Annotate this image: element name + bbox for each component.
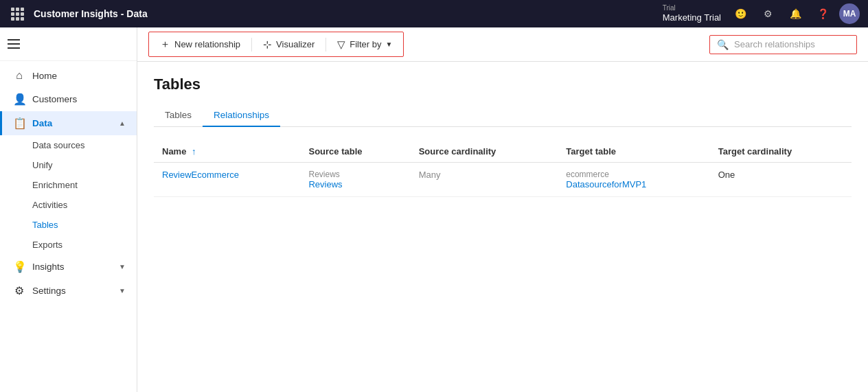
sidebar-item-insights[interactable]: 💡 Insights ▼ — [0, 255, 137, 279]
table-row: ReviewEcommerce Reviews Reviews Many eco… — [154, 163, 852, 197]
tab-relationships[interactable]: Relationships — [203, 104, 280, 127]
source-cardinality-value: Many — [419, 170, 441, 180]
toolbar-actions: ＋ New relationship ⊹ Visualizer ▽ Filter… — [148, 32, 404, 57]
target-cardinality-value: One — [718, 170, 735, 180]
chevron-up-icon: ▲ — [119, 119, 126, 127]
visualizer-label: Visualizer — [276, 39, 315, 49]
col-target-cardinality: Target cardinality — [710, 141, 852, 163]
sidebar-item-data-sources-label: Data sources — [32, 140, 85, 150]
sidebar-item-home-label: Home — [32, 71, 57, 81]
source-schema: Reviews — [308, 170, 402, 179]
sort-asc-icon: ↑ — [192, 146, 196, 157]
data-icon: 📋 — [13, 117, 25, 130]
filter-by-label: Filter by — [350, 39, 381, 49]
sidebar-item-customers[interactable]: 👤 Customers — [0, 87, 137, 111]
filter-chevron-icon: ▼ — [385, 41, 392, 48]
chevron-down-icon: ▼ — [119, 263, 126, 270]
avatar[interactable]: MA — [839, 3, 860, 24]
sidebar-item-exports-label: Exports — [32, 240, 62, 250]
main-layout: ⌂ Home 👤 Customers 📋 Data ▲ Data sources… — [0, 27, 868, 392]
sidebar-item-settings[interactable]: ⚙ Settings ▼ — [0, 279, 137, 303]
sidebar-item-data-label: Data — [32, 118, 52, 128]
content-area: ＋ New relationship ⊹ Visualizer ▽ Filter… — [137, 27, 868, 392]
search-box: 🔍 — [709, 35, 857, 54]
sidebar-item-activities-label: Activities — [32, 200, 67, 210]
sidebar-item-enrichment[interactable]: Enrichment — [0, 175, 137, 195]
bell-icon[interactable]: 🔔 — [784, 3, 806, 25]
visualizer-button[interactable]: ⊹ Visualizer — [255, 34, 323, 55]
row-target-table: ecommerce DatasourceforMVP1 — [558, 163, 709, 197]
settings-nav-icon: ⚙ — [13, 284, 25, 297]
trial-badge: Trial Marketing Trial — [663, 4, 721, 23]
toolbar: ＋ New relationship ⊹ Visualizer ▽ Filter… — [137, 27, 868, 62]
table-header-row: Name ↑ Source table Source cardinality T… — [154, 141, 852, 163]
sidebar-item-exports[interactable]: Exports — [0, 235, 137, 255]
page-content: Tables Tables Relationships Name ↑ — [137, 62, 868, 392]
col-name: Name ↑ — [154, 141, 300, 163]
source-table-link[interactable]: Reviews — [308, 179, 402, 189]
home-icon: ⌂ — [13, 69, 25, 82]
trial-label: Trial — [663, 4, 676, 12]
new-relationship-button[interactable]: ＋ New relationship — [152, 34, 249, 55]
tabs: Tables Relationships — [154, 104, 852, 127]
col-source-table: Source table — [300, 141, 410, 163]
org-name: Marketing Trial — [663, 12, 721, 23]
filter-icon: ▽ — [337, 38, 345, 51]
sidebar-item-tables-label: Tables — [32, 220, 58, 230]
row-target-cardinality: One — [710, 163, 852, 197]
page-title: Tables — [154, 76, 852, 93]
sidebar-item-activities[interactable]: Activities — [0, 195, 137, 215]
relationships-table: Name ↑ Source table Source cardinality T… — [154, 141, 852, 197]
apps-icon[interactable] — [8, 5, 27, 23]
target-table-link[interactable]: DatasourceforMVP1 — [566, 179, 701, 189]
plus-icon: ＋ — [160, 38, 170, 51]
sidebar-item-unify[interactable]: Unify — [0, 155, 137, 175]
chevron-down-settings-icon: ▼ — [119, 287, 126, 295]
row-source-cardinality: Many — [411, 163, 558, 197]
hamburger-button[interactable] — [3, 33, 25, 55]
user-icon[interactable]: 🙂 — [729, 3, 751, 25]
sidebar-item-data-sources[interactable]: Data sources — [0, 135, 137, 155]
customers-icon: 👤 — [13, 93, 25, 106]
help-icon[interactable]: ❓ — [812, 3, 834, 25]
search-icon: 🔍 — [717, 39, 729, 50]
sidebar-item-settings-label: Settings — [32, 286, 66, 296]
sidebar-item-customers-label: Customers — [32, 94, 77, 104]
new-relationship-label: New relationship — [174, 39, 240, 49]
visualizer-icon: ⊹ — [263, 38, 272, 51]
insights-icon: 💡 — [13, 260, 25, 273]
sidebar-item-home[interactable]: ⌂ Home — [0, 64, 137, 87]
row-source-table: Reviews Reviews — [300, 163, 410, 197]
target-schema: ecommerce — [566, 170, 701, 179]
col-target-table: Target table — [558, 141, 709, 163]
tab-tables[interactable]: Tables — [154, 104, 203, 127]
sidebar-nav: ⌂ Home 👤 Customers 📋 Data ▲ Data sources… — [0, 61, 137, 392]
settings-icon[interactable]: ⚙ — [757, 3, 779, 25]
toolbar-divider-1 — [251, 38, 252, 51]
sidebar-item-unify-label: Unify — [32, 160, 53, 170]
sidebar-item-data[interactable]: 📋 Data ▲ — [0, 111, 137, 135]
row-name: ReviewEcommerce — [154, 163, 300, 197]
sidebar: ⌂ Home 👤 Customers 📋 Data ▲ Data sources… — [0, 27, 137, 392]
col-source-cardinality: Source cardinality — [411, 141, 558, 163]
sidebar-item-insights-label: Insights — [32, 262, 65, 272]
app-title: Customer Insights - Data — [34, 8, 148, 19]
topbar: Customer Insights - Data Trial Marketing… — [0, 0, 868, 27]
sidebar-item-enrichment-label: Enrichment — [32, 180, 78, 190]
relationship-name-link[interactable]: ReviewEcommerce — [162, 170, 239, 180]
search-input[interactable] — [734, 39, 849, 49]
filter-by-button[interactable]: ▽ Filter by ▼ — [329, 34, 400, 55]
toolbar-divider-2 — [326, 38, 326, 51]
sidebar-item-tables[interactable]: Tables — [0, 215, 137, 235]
